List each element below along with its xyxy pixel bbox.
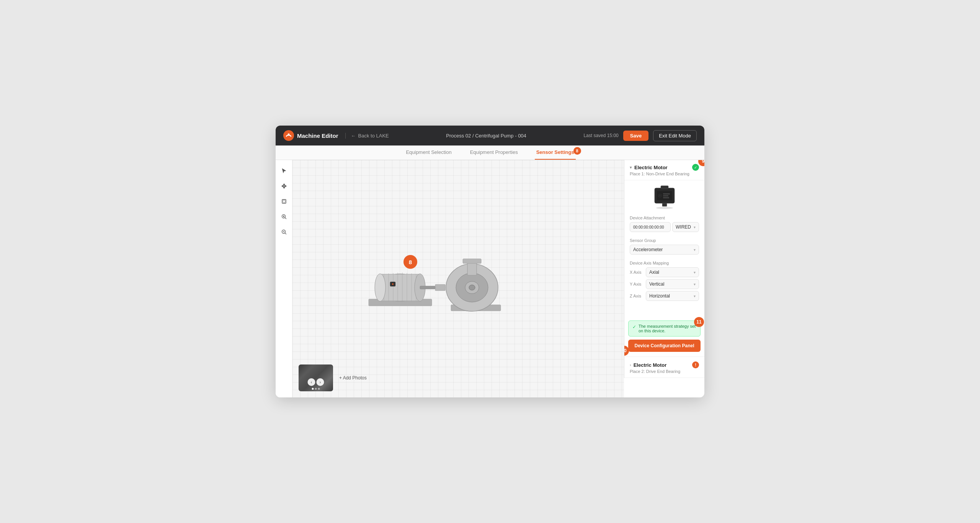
svg-rect-38 bbox=[662, 203, 667, 206]
y-axis-select[interactable]: Vertical ▾ bbox=[646, 279, 699, 289]
svg-rect-3 bbox=[283, 200, 285, 203]
device-attachment-label: Device Attachment bbox=[630, 216, 699, 220]
tab-equipment-selection[interactable]: Equipment Selection bbox=[404, 145, 453, 160]
svg-rect-28 bbox=[463, 259, 481, 263]
save-button[interactable]: Save bbox=[623, 131, 648, 141]
svg-rect-8 bbox=[380, 274, 420, 301]
y-axis-label: Y Axis bbox=[630, 282, 644, 286]
x-axis-label: X Axis bbox=[630, 270, 644, 275]
svg-point-39 bbox=[656, 207, 673, 209]
svg-point-17 bbox=[375, 274, 385, 301]
status-error-icon: ! bbox=[692, 361, 699, 368]
equipment-1-place: Place 1: Non-Drive End Bearing bbox=[630, 172, 699, 176]
crop-tool-button[interactable] bbox=[278, 195, 290, 208]
y-axis-row: Y Axis Vertical ▾ bbox=[630, 279, 699, 289]
photo-dots bbox=[312, 388, 320, 390]
svg-rect-29 bbox=[435, 284, 445, 291]
z-axis-row: Z Axis Horizontal ▾ bbox=[630, 291, 699, 301]
photo-prev-button[interactable]: ‹ bbox=[308, 378, 315, 386]
svg-point-1 bbox=[288, 134, 290, 136]
svg-point-34 bbox=[659, 195, 661, 196]
z-axis-label: Z Axis bbox=[630, 294, 644, 298]
equipment-item-1[interactable]: ▾ Electric Motor ✓ Place 1: Non-Drive En… bbox=[624, 160, 704, 180]
photo-dot bbox=[315, 388, 317, 390]
left-toolbar bbox=[276, 160, 292, 397]
success-banner: ✓ The measurement strategy set on this d… bbox=[628, 320, 701, 337]
equipment-2-place: Place 2: Drive End Bearing bbox=[630, 369, 699, 374]
header-right: Last saved 15:00 Save Exit Edit Mode bbox=[583, 130, 697, 141]
device-address-select[interactable]: 00:00:00:00:00:00 bbox=[630, 222, 671, 232]
sensor-settings-badge: 8 bbox=[573, 147, 581, 155]
check-circle-icon: ✓ bbox=[632, 324, 636, 330]
breadcrumb: Process 02 / Centrifugal Pump - 004 bbox=[395, 133, 578, 139]
svg-point-26 bbox=[469, 285, 475, 290]
sensor-group-group: Sensor Group Accelerometer ▾ bbox=[624, 235, 704, 258]
exit-edit-mode-button[interactable]: Exit Edit Mode bbox=[653, 130, 697, 141]
step-badge-8-motor: 8 bbox=[403, 255, 417, 269]
right-panel-wrapper: 9 ▾ Electric Motor ✓ Place 1: Non-Drive … bbox=[624, 160, 704, 397]
app-title: Machine Editor bbox=[297, 132, 338, 139]
header-logo: Machine Editor bbox=[283, 130, 338, 141]
device-axis-mapping-label: Device Axis Mapping bbox=[630, 261, 699, 265]
tab-equipment-properties[interactable]: Equipment Properties bbox=[469, 145, 519, 160]
header: Machine Editor ← Back to LAKE Process 02… bbox=[276, 126, 704, 145]
svg-rect-36 bbox=[663, 195, 668, 196]
device-configuration-panel-button[interactable]: Device Configuration Panel bbox=[628, 340, 701, 352]
status-check-icon: ✓ bbox=[692, 164, 699, 171]
select-tool-button[interactable] bbox=[278, 165, 290, 177]
svg-rect-31 bbox=[661, 186, 668, 189]
photo-dot bbox=[318, 388, 320, 390]
chevron-right-icon: › bbox=[630, 363, 631, 367]
device-attachment-group: Device Attachment 00:00:00:00:00:00 WIRE… bbox=[624, 212, 704, 235]
equipment-1-name: Electric Motor bbox=[634, 165, 668, 170]
sensor-group-label: Sensor Group bbox=[630, 238, 699, 243]
sensor-group-select[interactable]: Accelerometer ▾ bbox=[630, 245, 699, 255]
svg-rect-37 bbox=[663, 197, 669, 198]
back-to-lake-link[interactable]: ← Back to LAKE bbox=[345, 133, 389, 139]
x-axis-select[interactable]: Axial ▾ bbox=[646, 267, 699, 277]
equipment-item-2[interactable]: › Electric Motor ! Place 2: Drive End Be… bbox=[624, 358, 704, 378]
photo-thumbnail[interactable]: ‹ › bbox=[299, 364, 333, 391]
back-arrow-icon: ← bbox=[351, 133, 356, 139]
sensor-image-container bbox=[624, 180, 704, 212]
device-attachment-select-row: 00:00:00:00:00:00 WIRED ▾ bbox=[630, 222, 699, 232]
bottom-actions: ✓ The measurement strategy set on this d… bbox=[624, 317, 704, 356]
equipment-2-name: Electric Motor bbox=[634, 362, 667, 368]
main-content: 8 bbox=[276, 160, 704, 397]
device-config-btn-wrapper: Device Configuration Panel 10 bbox=[624, 340, 704, 352]
canvas-area: 8 bbox=[292, 160, 624, 397]
chevron-down-icon: ▾ bbox=[630, 165, 632, 170]
device-axis-mapping-group: Device Axis Mapping X Axis Axial ▾ Y Axi… bbox=[624, 258, 704, 306]
app-logo-icon bbox=[283, 130, 294, 141]
photo-dot bbox=[312, 388, 314, 390]
photos-strip: ‹ › + Add Photos bbox=[299, 364, 370, 391]
zoom-out-tool-button[interactable] bbox=[278, 226, 290, 238]
tabs-bar: Equipment Selection Equipment Properties… bbox=[276, 145, 704, 160]
photo-next-button[interactable]: › bbox=[317, 378, 324, 386]
z-axis-select[interactable]: Horizontal ▾ bbox=[646, 291, 699, 301]
right-panel: 9 ▾ Electric Motor ✓ Place 1: Non-Drive … bbox=[624, 160, 704, 378]
step-badge-11: 11 bbox=[694, 317, 704, 327]
machine-3d-view bbox=[353, 228, 514, 329]
zoom-in-tool-button[interactable] bbox=[278, 211, 290, 223]
svg-rect-35 bbox=[663, 193, 670, 194]
svg-rect-19 bbox=[420, 286, 435, 289]
add-photos-button[interactable]: + Add Photos bbox=[336, 374, 370, 382]
connection-type-select[interactable]: WIRED ▾ bbox=[672, 222, 699, 232]
sensor-image bbox=[649, 185, 680, 209]
svg-point-21 bbox=[392, 283, 394, 285]
last-saved-label: Last saved 15:00 bbox=[583, 133, 618, 138]
divider bbox=[624, 356, 704, 357]
x-axis-row: X Axis Axial ▾ bbox=[630, 267, 699, 277]
tab-sensor-settings[interactable]: Sensor Settings 8 bbox=[535, 145, 576, 160]
move-tool-button[interactable] bbox=[278, 180, 290, 192]
app-window: Machine Editor ← Back to LAKE Process 02… bbox=[276, 126, 704, 397]
